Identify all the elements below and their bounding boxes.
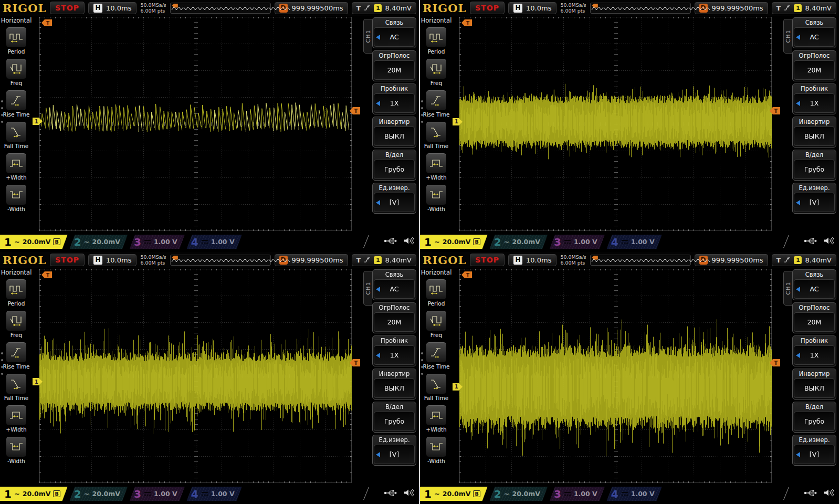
menu-group-bwlimit[interactable]: ОгрПолос 20M (792, 50, 836, 81)
plus-width-button[interactable] (6, 405, 27, 426)
horizontal-scale-box[interactable]: H 10.0ms (88, 2, 136, 14)
channel2-chip[interactable]: 2 ~ 20.0mV (490, 235, 548, 249)
menu-group-units[interactable]: Ед.измер. [V] (372, 435, 416, 466)
freq-button[interactable] (6, 58, 27, 79)
scope-screen: RIGOL STOP H 10.0ms 50.0MSa/s 6.00M pts … (0, 0, 420, 252)
menu-group-coupling[interactable]: Связь AC (372, 269, 416, 300)
horizontal-scale-box[interactable]: H 10.0ms (508, 2, 556, 14)
menu-group-units[interactable]: Ед.измер. [V] (792, 435, 836, 466)
waveform-preview-strip[interactable] (170, 3, 271, 14)
channel1-chip[interactable]: 1 ~ 20.0mV B (420, 487, 488, 501)
channel-tab[interactable]: CH1 (363, 271, 372, 306)
menu-group-probe[interactable]: Пробник 1X (792, 83, 836, 114)
channel4-chip[interactable]: 4 1.00 V (607, 487, 662, 501)
menu-group-invert[interactable]: Инвертир ВЫКЛ (792, 369, 836, 400)
menu-group-coupling[interactable]: Связь AC (792, 17, 836, 48)
channel3-chip[interactable]: 3 1.00 V (550, 487, 605, 501)
fall-time-button[interactable] (426, 121, 447, 142)
channel4-chip[interactable]: 4 1.00 V (187, 235, 242, 249)
usb-icon[interactable] (804, 489, 817, 497)
bandwidth-limit-badge: B (53, 490, 60, 497)
menu-group-volts-div[interactable]: В/дел Грубо (792, 150, 836, 181)
menu-group-probe[interactable]: Пробник 1X (792, 335, 836, 366)
horizontal-scale-box[interactable]: H 10.0ms (508, 254, 556, 266)
waveform-preview-strip[interactable] (170, 255, 271, 266)
run-stop-status[interactable]: STOP (470, 254, 505, 266)
fall-time-button[interactable] (6, 121, 27, 142)
menu-group-invert[interactable]: Инвертир ВЫКЛ (372, 369, 416, 400)
trigger-source-badge: 1 (374, 256, 382, 264)
horizontal-scale-box[interactable]: H 10.0ms (88, 254, 136, 266)
usb-icon[interactable] (384, 489, 397, 497)
rise-time-button[interactable] (6, 342, 27, 363)
channel2-chip[interactable]: 2 ~ 20.0mV (70, 235, 128, 249)
menu-group-bwlimit[interactable]: ОгрПолос 20M (792, 302, 836, 333)
channel1-chip[interactable]: 1 ~ 20.0mV B (0, 487, 68, 501)
trigger-box[interactable]: T 1 8.40mV (772, 2, 836, 14)
channel1-chip[interactable]: 1 ~ 20.0mV B (420, 235, 488, 249)
menu-label: Ед.измер. (374, 183, 415, 193)
trigger-slope-icon (364, 256, 371, 264)
menu-group-coupling[interactable]: Связь AC (372, 17, 416, 48)
plus-width-button[interactable] (426, 153, 447, 174)
period-button[interactable] (6, 27, 27, 48)
waveform-preview-strip[interactable] (590, 255, 691, 266)
period-button[interactable] (426, 27, 447, 48)
channel2-chip[interactable]: 2 ~ 20.0mV (490, 487, 548, 501)
menu-group-coupling[interactable]: Связь AC (792, 269, 836, 300)
rise-time-button[interactable] (426, 90, 447, 111)
menu-group-volts-div[interactable]: В/дел Грубо (792, 402, 836, 433)
waveform-preview-strip[interactable] (590, 3, 691, 14)
channel-tab[interactable]: CH1 (783, 19, 792, 54)
menu-group-units[interactable]: Ед.измер. [V] (372, 183, 416, 214)
rise-time-button[interactable] (6, 90, 27, 111)
minus-width-button[interactable] (6, 184, 27, 205)
usb-icon[interactable] (384, 237, 397, 245)
plus-width-button[interactable] (6, 153, 27, 174)
trigger-box[interactable]: T 1 8.40mV (352, 254, 416, 266)
channel3-chip[interactable]: 3 1.00 V (130, 487, 185, 501)
menu-group-probe[interactable]: Пробник 1X (372, 83, 416, 114)
rise-time-button[interactable] (426, 342, 447, 363)
speaker-icon[interactable] (823, 489, 834, 497)
freq-button[interactable] (6, 310, 27, 331)
channel2-chip[interactable]: 2 ~ 20.0mV (70, 487, 128, 501)
channel3-chip[interactable]: 3 1.00 V (550, 235, 605, 249)
minus-width-button[interactable] (426, 436, 447, 457)
rise-time-icon (9, 94, 24, 107)
menu-group-invert[interactable]: Инвертир ВЫКЛ (792, 117, 836, 148)
menu-group-bwlimit[interactable]: ОгрПолос 20M (372, 302, 416, 333)
menu-left-arrow-icon (796, 287, 800, 292)
speaker-icon[interactable] (823, 237, 834, 245)
freq-button[interactable] (426, 310, 447, 331)
plus-width-button[interactable] (426, 405, 447, 426)
speaker-icon[interactable] (403, 489, 414, 497)
period-button[interactable] (6, 279, 27, 300)
minus-width-button[interactable] (426, 184, 447, 205)
run-stop-status[interactable]: STOP (50, 2, 85, 14)
menu-group-volts-div[interactable]: В/дел Грубо (372, 150, 416, 181)
minus-width-button[interactable] (6, 436, 27, 457)
speaker-icon[interactable] (403, 237, 414, 245)
trigger-box[interactable]: T 1 8.40mV (772, 254, 836, 266)
channel4-chip[interactable]: 4 1.00 V (607, 235, 662, 249)
fall-time-button[interactable] (6, 373, 27, 394)
channel3-chip[interactable]: 3 1.00 V (130, 235, 185, 249)
trigger-box[interactable]: T 1 8.40mV (352, 2, 416, 14)
usb-icon[interactable] (804, 237, 817, 245)
channel-tab[interactable]: CH1 (363, 19, 372, 54)
menu-group-units[interactable]: Ед.измер. [V] (792, 183, 836, 214)
channel-tab[interactable]: CH1 (783, 271, 792, 306)
menu-group-volts-div[interactable]: В/дел Грубо (372, 402, 416, 433)
run-stop-status[interactable]: STOP (50, 254, 85, 266)
menu-group-invert[interactable]: Инвертир ВЫКЛ (372, 117, 416, 148)
channel1-chip[interactable]: 1 ~ 20.0mV B (0, 235, 68, 249)
menu-group-probe[interactable]: Пробник 1X (372, 335, 416, 366)
channel-number: 2 (494, 236, 501, 248)
period-button[interactable] (426, 279, 447, 300)
fall-time-button[interactable] (426, 373, 447, 394)
run-stop-status[interactable]: STOP (470, 2, 505, 14)
freq-button[interactable] (426, 58, 447, 79)
menu-group-bwlimit[interactable]: ОгрПолос 20M (372, 50, 416, 81)
channel4-chip[interactable]: 4 1.00 V (187, 487, 242, 501)
